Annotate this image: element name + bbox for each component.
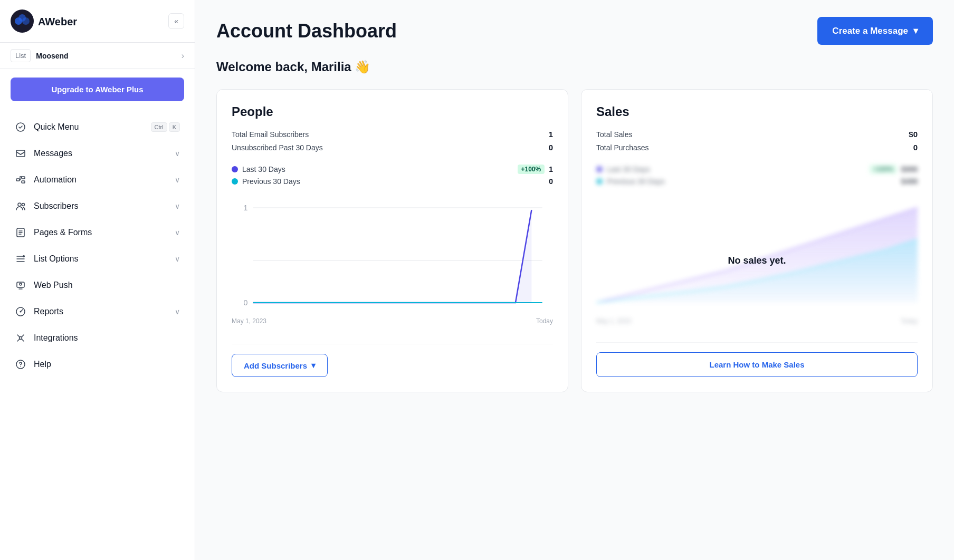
automation-chevron-icon: ∨ [175,176,180,184]
sidebar-item-help[interactable]: Help [4,351,190,378]
pages-forms-chevron-icon: ∨ [175,228,180,237]
svg-point-11 [22,204,25,206]
subscribers-icon [15,200,26,212]
nav-menu: Quick Menu Ctrl K Messages ∨ Automation … [0,110,195,560]
total-sales-label: Total Sales [596,130,632,139]
sales-chart: May 1, 2023 Today No sales yet. [596,197,918,323]
svg-point-10 [18,203,21,206]
svg-point-18 [20,337,22,340]
pages-forms-icon [15,227,26,238]
welcome-message: Welcome back, Marilia 👋 [216,60,933,74]
sales-card-title: Sales [596,104,918,119]
svg-text:1: 1 [244,204,248,212]
ctrl-key: Ctrl [151,122,167,132]
people-chart: 1 0 May 1, 2023 Today [232,197,553,325]
prev-30-days-legend: Previous 30 Days 0 [232,177,553,186]
svg-point-20 [20,366,21,367]
sales-card-footer: Learn How to Make Sales [596,342,918,377]
total-purchases-row: Total Purchases 0 [596,143,918,152]
quick-menu-label: Quick Menu [34,122,144,132]
total-email-subscribers-value: 1 [549,130,553,139]
unsubscribed-value: 0 [549,143,553,152]
list-options-chevron-icon: ∨ [175,255,180,263]
help-icon [15,359,26,370]
logo-area: AWeber [11,9,85,33]
k-key: K [169,122,180,132]
automation-icon [15,174,26,186]
learn-sales-button[interactable]: Learn How to Make Sales [596,352,918,377]
help-label: Help [34,360,180,369]
svg-point-3 [18,14,26,22]
svg-rect-6 [16,150,25,157]
create-message-chevron-icon: ▾ [913,25,918,36]
add-subscribers-button[interactable]: Add Subscribers ▾ [232,354,328,377]
collapse-sidebar-button[interactable]: « [168,13,184,29]
sidebar-item-integrations[interactable]: Integrations [4,325,190,351]
sidebar-item-messages[interactable]: Messages ∨ [4,140,190,167]
chart-end-label: Today [536,317,553,325]
add-subscribers-label: Add Subscribers [244,361,307,370]
svg-point-13 [23,255,25,257]
svg-rect-7 [16,179,20,181]
svg-point-15 [20,283,22,285]
subscribers-chevron-icon: ∨ [175,202,180,210]
last-30-days-dot [232,166,238,172]
sales-legend-blurred: Last 30 Days +100% $999 Previous 30 Days… [596,165,918,189]
sidebar-item-subscribers[interactable]: Subscribers ∨ [4,193,190,219]
total-purchases-value: 0 [913,143,918,152]
total-email-subscribers-row: Total Email Subscribers 1 [232,130,553,139]
people-card-title: People [232,104,553,119]
people-card-footer: Add Subscribers ▾ [232,344,553,377]
svg-rect-9 [22,181,25,183]
prev-30-days-label: Previous 30 Days [242,177,545,186]
sidebar-item-quick-menu[interactable]: Quick Menu Ctrl K [4,114,190,140]
no-sales-text: No sales yet. [728,255,786,266]
people-card: People Total Email Subscribers 1 Unsubsc… [216,89,568,392]
list-options-label: List Options [34,254,167,264]
svg-rect-8 [22,177,25,179]
unsubscribed-row: Unsubscribed Past 30 Days 0 [232,143,553,152]
messages-icon [15,148,26,159]
list-selector: List Moosend › [0,43,195,69]
integrations-icon [15,332,26,344]
prev-30-days-value: 0 [549,177,553,186]
messages-label: Messages [34,149,167,158]
sidebar-item-automation[interactable]: Automation ∨ [4,167,190,193]
web-push-label: Web Push [34,281,180,290]
page-header: Account Dashboard Create a Message ▾ [216,17,933,45]
people-chart-svg: 1 0 [232,197,553,313]
create-message-label: Create a Message [832,26,908,36]
people-chart-x-labels: May 1, 2023 Today [232,317,553,325]
last-30-days-label: Last 30 Days [242,165,513,173]
page-title: Account Dashboard [216,20,397,42]
sales-card: Sales Total Sales $0 Total Purchases 0 L… [581,89,933,392]
list-options-icon [15,253,26,265]
total-purchases-label: Total Purchases [596,143,649,152]
svg-text:AWeber: AWeber [38,16,77,27]
sidebar-item-reports[interactable]: Reports ∨ [4,298,190,325]
pages-forms-label: Pages & Forms [34,228,167,237]
reports-label: Reports [34,307,167,316]
sidebar-header: AWeber « [0,0,195,43]
sidebar: AWeber « List Moosend › Upgrade to AWebe… [0,0,195,560]
upgrade-button[interactable]: Upgrade to AWeber Plus [11,78,184,101]
reports-icon [15,306,26,317]
list-name: Moosend [36,52,176,60]
integrations-label: Integrations [34,333,180,343]
list-arrow-icon[interactable]: › [182,51,184,61]
quick-menu-shortcut: Ctrl K [151,122,180,132]
sidebar-item-web-push[interactable]: Web Push [4,272,190,298]
quick-menu-icon [15,121,26,133]
prev-30-days-dot [232,178,238,185]
chart-start-label: May 1, 2023 [232,317,266,325]
create-message-button[interactable]: Create a Message ▾ [817,17,933,45]
last-30-days-badge: +100% [518,165,545,174]
add-subscribers-chevron-icon: ▾ [311,361,316,370]
sidebar-item-list-options[interactable]: List Options ∨ [4,246,190,272]
aweber-wordmark: AWeber [38,14,85,28]
subscribers-label: Subscribers [34,201,167,211]
total-email-subscribers-label: Total Email Subscribers [232,130,309,139]
last-30-days-legend: Last 30 Days +100% 1 [232,165,553,174]
total-sales-value: $0 [909,130,918,139]
sidebar-item-pages-forms[interactable]: Pages & Forms ∨ [4,219,190,246]
